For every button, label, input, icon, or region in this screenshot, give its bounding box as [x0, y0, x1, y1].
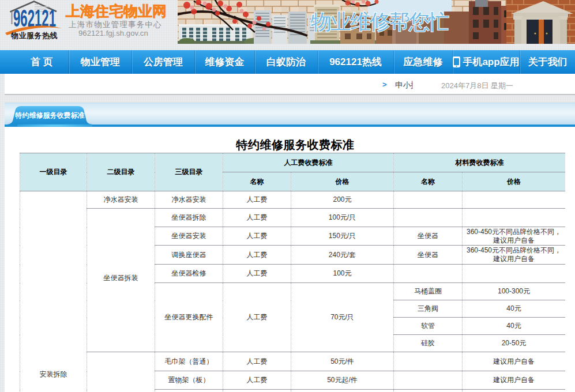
svg-text:上海市物业管理事务中心: 上海市物业管理事务中心	[69, 20, 162, 29]
svg-text:特约维修服务收费标准: 特约维修服务收费标准	[15, 111, 85, 119]
svg-text:962121.fgj.sh.gov.cn: 962121.fgj.sh.gov.cn	[78, 29, 148, 37]
svg-text:上海住宅物业网: 上海住宅物业网	[65, 3, 167, 19]
svg-text:物业服务热线: 物业服务热线	[10, 31, 58, 40]
svg-text:物业维修帮您忙: 物业维修帮您忙	[310, 10, 449, 33]
